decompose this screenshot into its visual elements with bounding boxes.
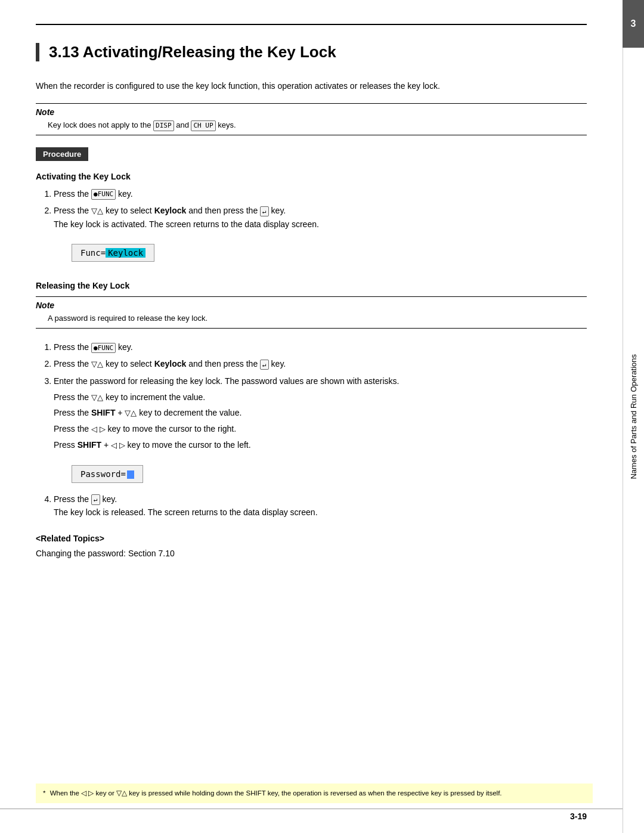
intro-paragraph: When the recorder is configured to use t… — [36, 79, 587, 92]
right-sidebar: 3 Names of Parts and Run Operations — [623, 0, 644, 833]
screen-display-1: Func=Keylock — [72, 239, 587, 271]
chup-key: CH UP — [191, 120, 215, 131]
activate-title: Activating the Key Lock — [36, 172, 587, 181]
release-section: Releasing the Key Lock Note A password i… — [36, 281, 587, 519]
page-container: 3.13 Activating/Releasing the Key Lock W… — [0, 0, 644, 833]
screen-box-2: Password= — [72, 465, 143, 483]
activate-note: The key lock is activated. The screen re… — [54, 219, 319, 229]
section-number-tab: 3 — [623, 0, 644, 48]
sub-step-1: Press the ▽△ key to increment the value. — [54, 391, 587, 404]
activate-section: Activating the Key Lock Press the ●FUNC … — [36, 172, 587, 272]
note-box-2: Note A password is required to release t… — [36, 296, 587, 329]
sub-steps-list: Press the ▽△ key to increment the value.… — [54, 391, 587, 452]
footer-note: * When the ◁ ▷ key or ▽△ key is pressed … — [36, 784, 593, 803]
arrow-sym-2: ▽△ — [91, 360, 103, 368]
disp-key: DISP — [153, 120, 174, 131]
screen-display-2: Password= — [72, 460, 587, 493]
footer-star: * — [43, 789, 45, 797]
activate-step-1: Press the ●FUNC key. — [54, 187, 587, 200]
enter-key-1: ↵ — [260, 206, 269, 216]
procedure-label: Procedure — [36, 147, 88, 161]
func-key-2: ●FUNC — [91, 343, 116, 353]
release-step-3: Enter the password for releasing the key… — [54, 374, 587, 452]
arrow-sym-1: ▽△ — [91, 206, 103, 215]
arrow-sym-5: ◁ ▷ — [91, 425, 106, 433]
arrow-sym-4: ▽△ — [125, 408, 137, 417]
arrow-sym-6: ◁ ▷ — [111, 441, 125, 450]
activate-step-2: Press the ▽△ key to select Keylock and t… — [54, 204, 587, 231]
page-title: 3.13 Activating/Releasing the Key Lock — [49, 43, 587, 61]
top-divider — [36, 24, 587, 25]
note-label-2: Note — [36, 301, 587, 310]
step4-note: The key lock is released. The screen ret… — [54, 507, 318, 517]
enter-key-3: ↵ — [91, 494, 100, 504]
screen2-text: Password= — [80, 469, 126, 479]
screen1-highlight: Keylock — [106, 248, 145, 258]
title-section: 3.13 Activating/Releasing the Key Lock — [36, 43, 587, 61]
arrow-sym-3: ▽△ — [91, 393, 103, 402]
release-step4-list: Press the ↵ key. The key lock is release… — [54, 493, 587, 519]
release-step-2: Press the ▽△ key to select Keylock and t… — [54, 357, 587, 371]
sub-step-2: Press the SHIFT + ▽△ key to decrement th… — [54, 406, 587, 420]
sidebar-tab: Names of Parts and Run Operations — [624, 342, 643, 491]
note-content-1: Key lock does not apply to the DISP and … — [36, 119, 587, 131]
screen-box-1: Func=Keylock — [72, 244, 154, 262]
bottom-divider — [0, 809, 623, 809]
related-topics-content: Changing the password: Section 7.10 — [36, 547, 587, 560]
activate-steps-list: Press the ●FUNC key. Press the ▽△ key to… — [54, 187, 587, 231]
sub-step-4: Press SHIFT + ◁ ▷ key to move the cursor… — [54, 438, 587, 452]
note-content-2: A password is required to release the ke… — [36, 312, 587, 324]
func-key-1: ●FUNC — [91, 189, 116, 199]
main-content: 3.13 Activating/Releasing the Key Lock W… — [0, 0, 623, 833]
related-topics-section: <Related Topics> — [36, 534, 587, 543]
enter-key-2: ↵ — [260, 360, 269, 370]
section-number: 3 — [631, 18, 636, 29]
footer-note-text: When the ◁ ▷ key or ▽△ key is pressed wh… — [50, 789, 502, 797]
note-box-1: Note Key lock does not apply to the DISP… — [36, 103, 587, 135]
release-step-4: Press the ↵ key. The key lock is release… — [54, 493, 587, 519]
screen1-text: Func= — [80, 248, 106, 258]
procedure-badge: Procedure — [36, 147, 587, 172]
related-topics-label: <Related Topics> — [36, 534, 104, 543]
release-steps-list: Press the ●FUNC key. Press the ▽△ key to… — [54, 340, 587, 452]
note-label-1: Note — [36, 107, 587, 117]
release-step-1: Press the ●FUNC key. — [54, 340, 587, 354]
release-title: Releasing the Key Lock — [36, 281, 587, 290]
page-number: 3-19 — [570, 812, 587, 821]
password-cursor — [127, 470, 134, 479]
sub-step-3: Press the ◁ ▷ key to move the cursor to … — [54, 422, 587, 436]
